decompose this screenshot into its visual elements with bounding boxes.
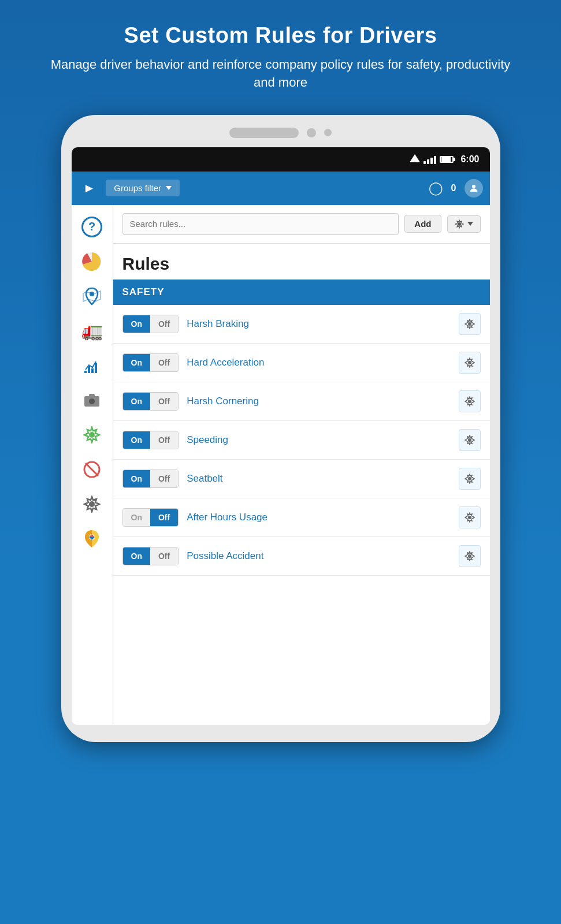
- notification-bell-icon[interactable]: ◯: [429, 181, 443, 196]
- sidebar-item-charts[interactable]: [75, 349, 109, 382]
- speaker: [229, 128, 299, 138]
- sidebar-item-reports[interactable]: [75, 245, 109, 278]
- svg-point-17: [468, 322, 471, 326]
- svg-line-13: [86, 463, 98, 476]
- seatbelt-label: Seatbelt: [187, 473, 450, 485]
- speeding-off-button[interactable]: Off: [150, 431, 178, 449]
- harsh-cornering-off-button[interactable]: Off: [150, 393, 178, 410]
- phone-top-bar: [72, 125, 490, 140]
- sidebar: ?: [72, 205, 113, 725]
- wifi-icon: [410, 154, 420, 165]
- phone-shell: 6:00 ► Groups filter ◯ 0: [61, 115, 500, 742]
- block-icon: [83, 461, 101, 478]
- location-pin-icon: [83, 529, 101, 549]
- topbar-right: ◯ 0: [429, 179, 483, 198]
- harsh-braking-off-button[interactable]: Off: [150, 315, 178, 333]
- after-hours-on-button[interactable]: On: [123, 509, 150, 526]
- search-rules-input[interactable]: [122, 213, 399, 235]
- possible-accident-toggle[interactable]: On Off: [122, 547, 179, 565]
- phone-screen: 6:00 ► Groups filter ◯ 0: [72, 147, 490, 725]
- app-topbar: ► Groups filter ◯ 0: [72, 172, 490, 205]
- camera-front: [307, 128, 316, 137]
- sidebar-item-help[interactable]: ?: [75, 211, 109, 243]
- rule-row-seatbelt: On Off Seatbelt: [113, 460, 490, 498]
- svg-point-23: [468, 554, 471, 558]
- sidebar-item-settings[interactable]: [75, 488, 109, 520]
- after-hours-off-button[interactable]: Off: [150, 509, 178, 526]
- possible-accident-on-button[interactable]: On: [123, 547, 150, 565]
- hard-acceleration-toggle[interactable]: On Off: [122, 353, 179, 372]
- speeding-on-button[interactable]: On: [123, 431, 150, 449]
- gear-icon: [465, 435, 475, 445]
- pie-chart-icon: [81, 251, 102, 272]
- svg-point-22: [468, 516, 471, 519]
- sidebar-item-location[interactable]: [75, 523, 109, 555]
- sidebar-item-block[interactable]: [75, 453, 109, 486]
- gear-green-icon: [83, 426, 101, 444]
- speeding-settings-button[interactable]: [459, 429, 481, 451]
- settings-small-icon: [455, 219, 464, 229]
- svg-rect-6: [91, 368, 94, 373]
- add-rule-button[interactable]: Add: [404, 215, 441, 233]
- seatbelt-settings-button[interactable]: [459, 468, 481, 490]
- svg-point-18: [468, 361, 471, 364]
- svg-rect-10: [89, 394, 95, 397]
- rule-row-possible-accident: On Off Possible Accident: [113, 537, 490, 576]
- possible-accident-settings-button[interactable]: [459, 545, 481, 567]
- svg-point-9: [89, 398, 95, 404]
- harsh-cornering-label: Harsh Cornering: [187, 396, 450, 407]
- possible-accident-label: Possible Accident: [187, 550, 450, 562]
- harsh-braking-settings-button[interactable]: [459, 313, 481, 335]
- settings-dropdown-button[interactable]: [447, 215, 481, 233]
- svg-point-20: [468, 438, 471, 442]
- sidebar-item-map[interactable]: [75, 280, 109, 312]
- harsh-cornering-settings-button[interactable]: [459, 390, 481, 412]
- svg-point-1: [472, 185, 475, 188]
- speeding-toggle[interactable]: On Off: [122, 431, 179, 449]
- rule-row-hard-acceleration: On Off Hard Acceleration: [113, 344, 490, 382]
- settings-dropdown-arrow-icon: [467, 222, 473, 226]
- svg-point-14: [89, 501, 95, 507]
- sidebar-item-alerts[interactable]: [75, 419, 109, 451]
- seatbelt-toggle[interactable]: On Off: [122, 470, 179, 488]
- status-icons: 6:00: [410, 154, 479, 165]
- hard-acceleration-on-button[interactable]: On: [123, 354, 150, 371]
- map-icon: [82, 286, 102, 306]
- hard-acceleration-settings-button[interactable]: [459, 352, 481, 374]
- hard-acceleration-off-button[interactable]: Off: [150, 354, 178, 371]
- hard-acceleration-label: Hard Acceleration: [187, 357, 450, 368]
- rule-row-speeding: On Off Speeding: [113, 421, 490, 460]
- sidebar-item-camera[interactable]: [75, 384, 109, 416]
- user-avatar[interactable]: [465, 179, 483, 198]
- status-time: 6:00: [460, 154, 479, 165]
- rule-row-harsh-braking: On Off Harsh Braking: [113, 305, 490, 344]
- nav-back-button[interactable]: ►: [79, 178, 101, 198]
- rule-row-harsh-cornering: On Off Harsh Cornering: [113, 382, 490, 421]
- rule-row-after-hours: On Off After Hours Usage: [113, 498, 490, 537]
- notification-count: 0: [451, 183, 456, 193]
- after-hours-toggle[interactable]: On Off: [122, 508, 179, 527]
- harsh-cornering-on-button[interactable]: On: [123, 393, 150, 410]
- search-bar-row: Add: [113, 205, 490, 244]
- seatbelt-on-button[interactable]: On: [123, 470, 150, 487]
- svg-rect-7: [95, 363, 97, 373]
- groups-filter-button[interactable]: Groups filter: [106, 180, 180, 196]
- svg-point-11: [89, 432, 95, 438]
- possible-accident-off-button[interactable]: Off: [150, 547, 178, 565]
- sidebar-item-trucks[interactable]: 🚛: [75, 315, 109, 347]
- after-hours-settings-button[interactable]: [459, 506, 481, 528]
- settings-icon: [83, 495, 101, 513]
- svg-point-21: [468, 477, 471, 480]
- help-icon: ?: [81, 217, 102, 237]
- gear-icon: [465, 319, 475, 329]
- header-title: Set Custom Rules for Drivers: [46, 23, 515, 48]
- gear-icon: [465, 396, 475, 407]
- rules-page-title: Rules: [113, 244, 490, 280]
- harsh-braking-on-button[interactable]: On: [123, 315, 150, 333]
- speeding-label: Speeding: [187, 434, 450, 446]
- svg-point-16: [458, 222, 461, 226]
- seatbelt-off-button[interactable]: Off: [150, 470, 178, 487]
- harsh-braking-toggle[interactable]: On Off: [122, 315, 179, 333]
- harsh-cornering-toggle[interactable]: On Off: [122, 392, 179, 411]
- main-content: Add Rules SAFETY On: [113, 205, 490, 725]
